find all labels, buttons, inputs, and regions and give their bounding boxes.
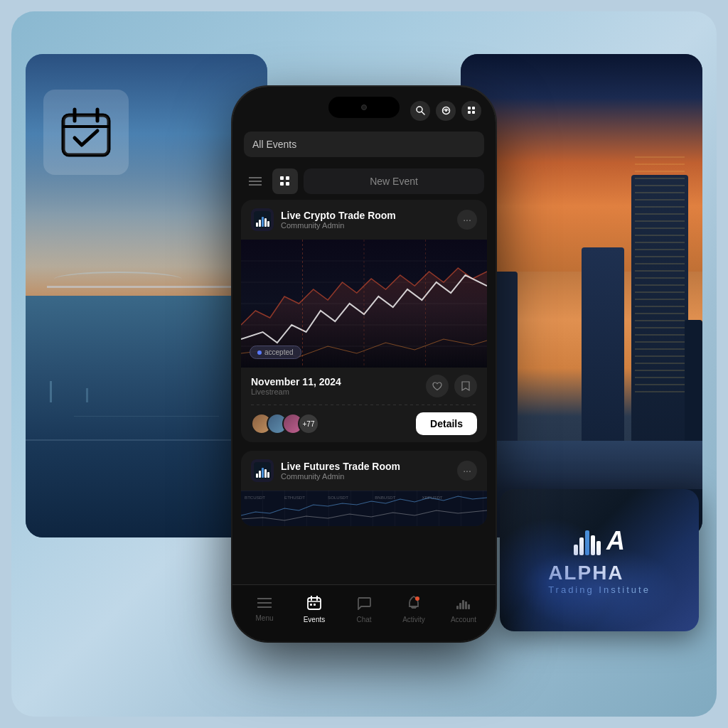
account-nav-label: Account [451, 616, 476, 623]
events-list: Live Crypto Trade Room Community Admin ·… [232, 200, 496, 584]
more-options-crypto[interactable]: ··· [457, 210, 477, 230]
org-info-crypto: Live Crypto Trade Room Community Admin [281, 210, 396, 230]
svg-text:SOLUSDT: SOLUSDT [328, 496, 348, 500]
event-org-crypto: Live Crypto Trade Room Community Admin [251, 208, 396, 231]
event-card-futures[interactable]: Live Futures Trade Room Community Admin … [241, 451, 487, 526]
phone-body: All Events [232, 87, 496, 641]
svg-rect-54 [314, 604, 316, 606]
svg-rect-59 [456, 606, 459, 609]
nav-item-activity[interactable]: Activity [389, 596, 439, 623]
svg-rect-16 [280, 176, 284, 180]
svg-rect-39 [267, 472, 269, 478]
more-options-futures[interactable]: ··· [457, 461, 477, 481]
attendee-count-label: +77 [303, 420, 315, 428]
accepted-label: accepted [264, 348, 294, 356]
nav-item-events[interactable]: Events [289, 596, 339, 623]
svg-text:XRPUSDT: XRPUSDT [422, 496, 442, 500]
svg-rect-11 [468, 111, 471, 114]
chat-nav-icon [357, 596, 371, 614]
svg-rect-63 [468, 604, 470, 609]
svg-rect-18 [280, 182, 284, 186]
camera-dot [361, 105, 367, 110]
svg-point-58 [415, 596, 419, 601]
svg-rect-9 [468, 107, 471, 109]
dynamic-island [328, 97, 400, 118]
background-right [461, 54, 702, 537]
event-type-crypto: Livestream [251, 387, 341, 396]
account-nav-icon [456, 596, 471, 614]
event-header-crypto: Live Crypto Trade Room Community Admin ·… [241, 200, 487, 240]
bottom-nav: Menu Ev [232, 584, 496, 641]
event-footer-crypto: November 11, 2024 Livestream [241, 368, 487, 405]
event-org-futures: Live Futures Trade Room Community Admin [251, 459, 400, 482]
svg-rect-1 [63, 115, 109, 155]
svg-rect-38 [264, 469, 267, 478]
event-title-futures: Live Futures Trade Room [281, 461, 400, 472]
all-events-search[interactable]: All Events [244, 132, 484, 157]
events-nav-label: Events [304, 616, 326, 623]
new-event-button[interactable]: New Event [304, 168, 484, 194]
calendar-icon [43, 90, 129, 175]
svg-rect-10 [472, 107, 475, 109]
nav-item-menu[interactable]: Menu [240, 597, 289, 622]
signal-status-icon[interactable] [436, 101, 456, 121]
svg-text:BNBUSDT: BNBUSDT [375, 496, 395, 500]
svg-point-8 [445, 109, 447, 112]
svg-rect-60 [459, 603, 461, 609]
svg-rect-19 [286, 182, 289, 186]
alpha-trading-card: A ALPHA Trading Institute [500, 489, 699, 631]
svg-rect-21 [256, 223, 258, 227]
svg-rect-17 [286, 176, 289, 180]
svg-rect-62 [465, 601, 467, 609]
event-image-crypto: accepted [241, 240, 487, 368]
phone-device: All Events [232, 87, 496, 641]
phone-screen: All Events [232, 87, 496, 641]
org-info-futures: Live Futures Trade Room Community Admin [281, 461, 400, 481]
events-nav-icon [307, 596, 321, 614]
grid-status-icon[interactable] [461, 101, 481, 121]
svg-rect-36 [259, 471, 261, 478]
accepted-badge: accepted [250, 346, 301, 359]
event-title-crypto: Live Crypto Trade Room [281, 210, 396, 221]
event-meta-crypto: November 11, 2024 Livestream [251, 376, 341, 396]
attendees-row: +77 Details [241, 405, 487, 442]
event-card-crypto[interactable]: Live Crypto Trade Room Community Admin ·… [241, 200, 487, 442]
nav-item-chat[interactable]: Chat [339, 596, 389, 623]
details-button[interactable]: Details [416, 412, 477, 435]
accepted-dot [257, 350, 262, 355]
svg-rect-12 [472, 111, 475, 114]
org-logo-crypto [251, 208, 274, 231]
futures-chart-preview: BTCUSDT ETHUSDT SOLUSDT BNBUSDT XRPUSDT [241, 491, 487, 526]
svg-rect-24 [264, 218, 267, 227]
event-admin-futures: Community Admin [281, 472, 400, 481]
attendee-avatars: +77 [251, 413, 319, 434]
new-event-label: New Event [370, 176, 418, 187]
search-status-icon[interactable] [410, 101, 430, 121]
app-header: All Events [232, 126, 496, 163]
like-button[interactable] [426, 375, 449, 397]
org-logo-futures [251, 459, 274, 482]
details-label: Details [430, 418, 463, 429]
list-view-icon[interactable] [244, 170, 267, 193]
activity-nav-label: Activity [402, 616, 425, 623]
svg-rect-61 [462, 600, 464, 609]
svg-line-6 [422, 112, 424, 114]
menu-nav-icon [257, 597, 272, 612]
svg-rect-25 [267, 221, 269, 227]
activity-nav-icon [407, 596, 420, 614]
svg-rect-22 [259, 220, 261, 227]
avatar-count: +77 [298, 413, 319, 434]
grid-view-button[interactable] [272, 168, 298, 194]
event-header-futures: Live Futures Trade Room Community Admin … [241, 451, 487, 491]
event-action-buttons [426, 375, 477, 397]
chat-nav-label: Chat [356, 616, 371, 623]
nav-item-account[interactable]: Account [439, 596, 488, 623]
svg-rect-37 [262, 468, 264, 478]
event-admin-crypto: Community Admin [281, 221, 396, 230]
bookmark-button[interactable] [454, 375, 477, 397]
menu-nav-label: Menu [255, 614, 273, 622]
svg-rect-35 [256, 473, 258, 478]
svg-rect-53 [310, 604, 312, 606]
all-events-label: All Events [252, 139, 296, 150]
svg-rect-23 [262, 217, 264, 227]
